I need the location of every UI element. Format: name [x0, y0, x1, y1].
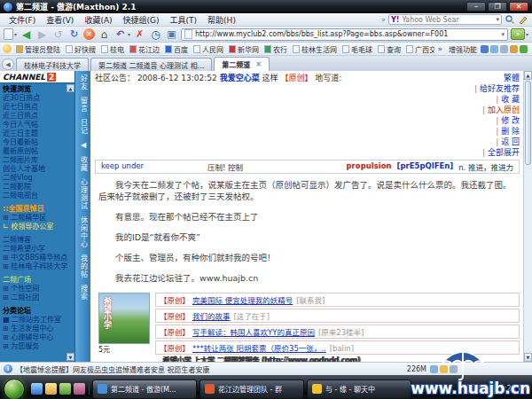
sidebar-item[interactable]: ■ 二频站务工作室	[3, 316, 74, 325]
search-input[interactable]: Y! Yahoo Web Sear ▾	[388, 14, 502, 25]
sidebar-item[interactable]: ⊞ 个性空间	[3, 285, 74, 293]
sidebar-item[interactable]: 二频图片库	[3, 156, 74, 165]
menu-item[interactable]: 查看(V)	[41, 14, 79, 26]
status-icon-filter[interactable]	[450, 365, 458, 373]
tray-volume-icon[interactable]	[489, 385, 497, 394]
go-dropdown-icon[interactable]: ▾	[526, 31, 528, 37]
sidebar-item[interactable]: ⊞ 二频精华区	[3, 214, 74, 223]
bookmark-item[interactable]: 好快搜	[63, 44, 98, 54]
sidebar-item[interactable]: ⊞ 中文BBS精华热点	[3, 254, 74, 262]
magic-fill-icon[interactable]: ✗	[133, 28, 146, 41]
plugin-icon-2[interactable]	[490, 45, 498, 53]
post-action-link[interactable]: 收 藏	[474, 94, 520, 105]
maximize-button[interactable]: ❐	[488, 2, 507, 12]
go-button[interactable]: »	[511, 28, 525, 40]
sidebar-item[interactable]: 近三日热点	[3, 112, 74, 121]
related-row[interactable]: 【原创】***转让两张 阳朔套票（原价35一张，..[balin]	[155, 340, 520, 355]
sidebar-item[interactable]: 二频影院	[3, 183, 74, 192]
bookmark-item[interactable]: 桂电	[98, 44, 127, 54]
plugin-icon-4[interactable]	[510, 45, 518, 53]
tray-network-icon[interactable]	[477, 385, 486, 394]
post-action-link[interactable]: 删 除	[474, 126, 520, 137]
sidebar-item[interactable]: 二频博客	[3, 236, 74, 245]
strip-button[interactable]: 搜索	[76, 285, 90, 301]
sidebar-item[interactable]: ⊞ 桂林电子科技大学	[3, 262, 74, 271]
quick-launch-browser-icon[interactable]	[31, 383, 43, 395]
related-row[interactable]: 【原创】写手解读：韩国人喜欢YY的真正原因[原来23楼半]	[155, 325, 520, 339]
tray-clock[interactable]: 6:24 PM	[500, 385, 528, 393]
sidebar-scroll-down-icon[interactable]: ▼	[66, 353, 74, 361]
home-icon[interactable]: ⌂	[98, 28, 111, 41]
bookmark-item[interactable]: 农行	[262, 44, 290, 54]
sidebar-scroll-up-icon[interactable]: ▲	[66, 84, 74, 92]
quick-launch-folder-icon[interactable]	[45, 383, 57, 395]
task-qq-group[interactable]: 花江边管理团队 - 群	[200, 379, 304, 399]
scrollbar-thumb[interactable]	[525, 81, 531, 165]
close-button[interactable]: ✕	[509, 2, 528, 12]
tab-close-icon[interactable]: ×	[255, 60, 262, 68]
related-title-link[interactable]: 完美国际 便宜处理我的妖精号	[192, 296, 293, 305]
post-paragraph[interactable]: 个版主、管理员，有种你们就封我的号吧！	[98, 252, 516, 263]
sidebar-item[interactable]: 最新原创帖	[3, 147, 74, 156]
sidebar-item[interactable]: 近三日主题	[3, 129, 74, 138]
sidebar-item[interactable]: 二频电视台	[3, 192, 74, 200]
strip-button[interactable]: 收藏	[76, 156, 90, 172]
plugin-icon-1[interactable]	[481, 45, 489, 53]
stop-icon[interactable]: ✕	[83, 28, 95, 40]
bookmark-item[interactable]: 查询	[375, 44, 403, 54]
new-page-icon[interactable]	[4, 28, 13, 40]
scrolling-ad-text[interactable]: 希望小学 上大学 二频圆梦服务 (http://www.opdndd.com)	[162, 354, 520, 362]
bookmark-item[interactable]: 花江边	[127, 44, 162, 54]
bookmark-item[interactable]: 新华网	[226, 44, 262, 54]
strip-button[interactable]: 心理测试	[76, 178, 90, 210]
tab-channel2-psych[interactable]: 第二频道 二频道音 心理测试 相...	[90, 58, 212, 71]
tab-guet[interactable]: 桂林电子科技大学	[16, 58, 89, 71]
scroll-down-icon[interactable]: ▼	[524, 353, 532, 362]
tab-channel2-active[interactable]: 第二频道 ×	[214, 57, 270, 71]
tab-scroll-left-icon[interactable]: ◀	[2, 59, 14, 70]
task-qq-chat[interactable]: 与 - 缘 - 聊天中	[307, 379, 411, 399]
scrollbar-track[interactable]	[524, 166, 532, 353]
sidebar-item[interactable]: ⊞ 为您服务	[3, 342, 74, 351]
sidebar-item[interactable]: ⊞ 生活发展中心	[3, 325, 74, 333]
url-input[interactable]	[195, 30, 498, 38]
bookmark-item[interactable]: 桂林生活网	[290, 44, 340, 54]
ime-indicator[interactable]: 中	[464, 384, 474, 394]
back-icon[interactable]: ◀	[20, 28, 33, 41]
minimize-button[interactable]: –	[466, 2, 486, 12]
post-action-link[interactable]: 加入原创	[474, 105, 520, 115]
search-engine-dropdown-icon[interactable]: ▾	[496, 16, 499, 23]
sidebar-item[interactable]: 今日人气帖	[3, 121, 74, 129]
strip-button[interactable]: 留言	[76, 97, 90, 113]
sidebar-item[interactable]: ⊞ 二频社团	[3, 293, 74, 302]
sidebar-item[interactable]: ⊞ 心理辅导中心	[3, 333, 74, 342]
menu-item[interactable]: 快捷组(G)	[118, 14, 165, 26]
menu-item[interactable]: 收藏(A)	[79, 14, 117, 26]
strip-button[interactable]: 好友	[76, 74, 90, 90]
strip-button[interactable]: 我的帖	[76, 254, 90, 278]
menu-item[interactable]: 工具(T)	[165, 14, 203, 26]
sidebar-item[interactable]: 二频Vlog	[3, 174, 74, 183]
highlight-pen-icon[interactable]	[518, 14, 528, 25]
bookmark-item[interactable]: 管理员登陆	[13, 44, 63, 54]
sidebar-item[interactable]: 创业人才基地	[3, 165, 74, 174]
favorites-star-icon[interactable]	[3, 44, 12, 53]
quick-launch-desktop-icon[interactable]	[59, 383, 71, 395]
status-icon-shield[interactable]	[430, 365, 438, 373]
strip-button[interactable]: 休闲中心	[76, 216, 90, 248]
sidebar-item[interactable]: 近七日热点	[3, 103, 74, 112]
new-page-dropdown-icon[interactable]: ▾	[14, 31, 17, 37]
quick-launch-messenger-icon[interactable]	[74, 383, 85, 395]
undo-icon[interactable]: ↶	[113, 28, 127, 41]
url-dropdown-icon[interactable]: ▾	[501, 31, 505, 38]
related-title-link[interactable]: 写手解读：韩国人喜欢YY的真正原因	[192, 328, 315, 337]
search-icon[interactable]	[505, 14, 515, 25]
bookmarks-overflow-icon[interactable]: »	[434, 44, 445, 53]
plugin-icon-3[interactable]	[500, 45, 508, 53]
scroll-up-icon[interactable]: ▲	[524, 71, 532, 80]
related-title-link[interactable]: ***转让两张 阳朔套票（原价35一张，..	[192, 344, 326, 353]
status-icon-lightning[interactable]	[440, 365, 448, 373]
related-title-link[interactable]: 我们的故事	[192, 312, 231, 321]
bookmark-item[interactable]: 广西交通台	[403, 44, 434, 54]
strip-button[interactable]: 日记	[76, 119, 90, 135]
